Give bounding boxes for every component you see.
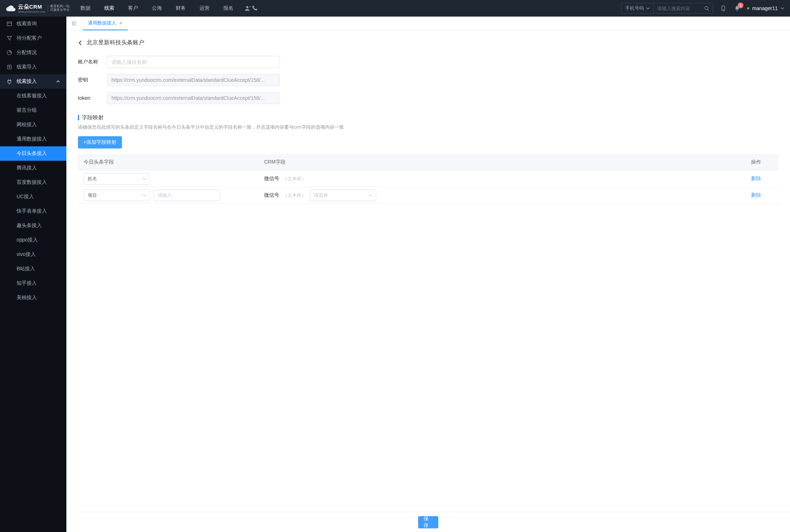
table-row: 姓名 微信号（文本框） 删除 (78, 170, 778, 187)
chevron-down-icon (781, 6, 784, 10)
nav-item[interactable]: 报名 (223, 5, 233, 12)
mobile-icon[interactable] (720, 5, 727, 12)
chevron-up-icon (56, 80, 60, 83)
label-account-name: 账户名称 (78, 59, 104, 65)
input-secret[interactable] (107, 74, 280, 86)
sidebar-subitem[interactable]: 留言分组 (0, 103, 66, 118)
section-title: 字段映射 (82, 114, 104, 121)
main-area: 通用数据接入 ✕ 北京昱新科技头条账户 账户名称 密钥 token 字段映射 请… (66, 17, 790, 532)
sidebar-subitem[interactable]: 快手表单接入 (0, 204, 66, 218)
page-header: 北京昱新科技头条账户 (78, 39, 778, 46)
brand-logo: 云朵CRM www.yunduocrm.com 教育机构一站 式服务云平台 (6, 3, 70, 13)
sidebar-item[interactable]: 线索查询 (0, 17, 66, 31)
chevron-down-icon (369, 194, 372, 197)
status-online-icon (747, 7, 749, 9)
input-token[interactable] (107, 92, 280, 104)
crm-field-label: 微信号 (264, 176, 279, 182)
nav-item[interactable]: 财务 (176, 5, 186, 12)
plug-icon (6, 79, 12, 84)
crm-field-label: 微信号 (264, 192, 279, 199)
sidebar-subitem[interactable]: oppo接入 (0, 233, 66, 247)
header-right: 手机号码 5 manager11 (621, 3, 784, 14)
nav-item[interactable]: 运营 (199, 5, 210, 12)
crm-field-type-hint: （文本框） (283, 192, 306, 199)
th-toutiao-field: 今日头条字段 (84, 159, 264, 165)
row-secret: 密钥 (78, 74, 778, 86)
sidebar-item[interactable]: 线索导入 (0, 60, 66, 74)
toutiao-custom-input[interactable] (154, 190, 220, 201)
tab-active[interactable]: 通用数据接入 ✕ (83, 17, 128, 30)
sidebar-subitem[interactable]: 美柚接入 (0, 291, 66, 305)
tab-bar: 通用数据接入 ✕ (66, 17, 790, 30)
toutiao-field-select[interactable]: 项目 (84, 190, 150, 201)
label-secret: 密钥 (78, 77, 104, 83)
nav-item[interactable]: 公海 (152, 5, 162, 12)
save-button[interactable]: 保存 (418, 516, 438, 528)
top-nav: 数据线索客户公海财务运营报名 (80, 5, 233, 12)
global-search: 手机号码 (621, 3, 713, 14)
sidebar-item-icon (6, 50, 12, 56)
back-button[interactable] (78, 40, 83, 45)
svg-rect-4 (7, 22, 12, 26)
sidebar-subitem[interactable]: 今日头条接入 (0, 146, 66, 161)
footer-bar: 保存 (66, 512, 790, 532)
search-input[interactable] (654, 6, 701, 11)
user-menu[interactable]: manager11 (747, 5, 784, 11)
crm-field-type-hint: （文本框） (283, 176, 306, 182)
sidebar-subitem[interactable]: 通用数据接入 (0, 132, 66, 146)
user-add-icon[interactable] (244, 5, 251, 12)
nav-item[interactable]: 线索 (104, 5, 114, 12)
sidebar-item[interactable]: 分配情况 (0, 45, 66, 60)
row-token: token (78, 92, 778, 104)
content: 北京昱新科技头条账户 账户名称 密钥 token 字段映射 请确保您在此填写的头… (66, 30, 790, 532)
label-token: token (78, 95, 104, 101)
input-account-name[interactable] (107, 56, 280, 68)
close-tab-button[interactable]: ✕ (119, 21, 123, 26)
delete-row-button[interactable]: 删除 (751, 176, 761, 181)
brand-cloud-icon (6, 3, 16, 13)
sidebar-subitem[interactable]: 百度数据接入 (0, 175, 66, 190)
section-mark-icon (78, 115, 79, 120)
brand-tagline: 教育机构一站 式服务云平台 (48, 5, 70, 12)
sidebar: 线索查询待分配客户分配情况线索导入线索接入在线客服接入留言分组网校接入通用数据接… (0, 17, 66, 532)
section-mapping-header: 字段映射 (78, 114, 778, 121)
row-account-name: 账户名称 (78, 56, 778, 68)
chevron-down-icon (646, 6, 650, 10)
notification-bell[interactable]: 5 (733, 5, 741, 12)
page-title: 北京昱新科技头条账户 (87, 39, 144, 46)
add-mapping-button[interactable]: +添加字段映射 (78, 136, 122, 148)
brand-site: www.yunduocrm.com (18, 10, 45, 13)
sidebar-subitem[interactable]: 知乎接入 (0, 276, 66, 291)
sidebar-item-icon (6, 35, 12, 41)
sidebar-subitem[interactable]: 趣头条接入 (0, 218, 66, 233)
username-label: manager11 (752, 5, 778, 11)
collapse-sidebar-button[interactable] (69, 18, 79, 28)
sidebar-item-expanded[interactable]: 线索接入 (0, 74, 66, 89)
notification-badge: 5 (738, 3, 743, 8)
sidebar-subitem[interactable]: 在线客服接入 (0, 89, 66, 103)
nav-item[interactable]: 客户 (128, 5, 138, 12)
crm-field-select[interactable]: 请选择 (310, 190, 376, 201)
sidebar-item-icon (6, 21, 12, 27)
table-header: 今日头条字段 CRM字段 操作 (78, 154, 778, 170)
sidebar-subitem[interactable]: 网校接入 (0, 118, 66, 132)
sidebar-subitem[interactable]: B站接入 (0, 262, 66, 276)
toutiao-field-select[interactable]: 姓名 (84, 173, 150, 185)
search-type-select[interactable]: 手机号码 (622, 3, 654, 13)
chevron-left-icon (78, 40, 83, 45)
search-icon (704, 6, 710, 11)
sidebar-item[interactable]: 待分配客户 (0, 31, 66, 45)
table-row: 项目 微信号（文本框） 请选择 删除 (78, 187, 778, 203)
phone-icon[interactable] (251, 5, 259, 12)
chevron-down-icon (142, 194, 146, 197)
mapping-table: 今日头条字段 CRM字段 操作 姓名 微信号（文本框） 删除 (78, 154, 778, 204)
nav-item[interactable]: 数据 (80, 5, 91, 12)
top-header: 云朵CRM www.yunduocrm.com 教育机构一站 式服务云平台 数据… (0, 0, 790, 17)
brand-name: 云朵CRM (18, 4, 45, 10)
sidebar-subitem[interactable]: 腾讯接入 (0, 161, 66, 175)
delete-row-button[interactable]: 删除 (751, 192, 761, 198)
sidebar-subitem[interactable]: UC接入 (0, 190, 66, 204)
sidebar-item-icon (6, 64, 12, 70)
sidebar-subitem[interactable]: vivo接入 (0, 247, 66, 262)
search-button[interactable] (701, 3, 713, 14)
